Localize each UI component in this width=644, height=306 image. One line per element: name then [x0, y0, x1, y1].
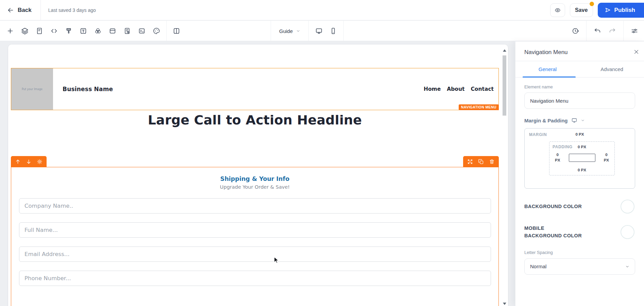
- letter-spacing-select[interactable]: Normal: [524, 258, 635, 275]
- scroll-down-arrow[interactable]: [503, 303, 506, 305]
- section-toolbar-right: [463, 156, 499, 167]
- logo-image-placeholder[interactable]: Put your Image: [11, 68, 53, 110]
- form-section-element[interactable]: Shipping & Your Info Upgrade Your Order …: [11, 167, 499, 306]
- layers-button[interactable]: [21, 27, 29, 35]
- nav-links: Home About Contact: [424, 86, 494, 92]
- device-monitor-icon[interactable]: [571, 117, 577, 123]
- undo-icon: [594, 27, 601, 35]
- business-name-text[interactable]: Business Name: [63, 86, 113, 92]
- code-button[interactable]: [50, 27, 58, 35]
- element-content-box[interactable]: [569, 154, 595, 162]
- nav-link-home[interactable]: Home: [424, 86, 441, 92]
- palette-icon: [153, 27, 160, 35]
- toolbar-divider: [308, 21, 309, 41]
- email-address-input[interactable]: [19, 247, 491, 262]
- trash-icon[interactable]: [489, 159, 495, 165]
- move-up-icon[interactable]: [15, 159, 21, 165]
- columns-button[interactable]: [172, 27, 181, 35]
- margin-padding-label: Margin & Padding: [524, 118, 568, 123]
- cta-headline[interactable]: Large Call to Action Headline: [11, 113, 499, 128]
- publish-button[interactable]: Publish: [598, 3, 644, 18]
- seo-button[interactable]: [123, 27, 131, 35]
- browser-settings-button[interactable]: [108, 27, 117, 35]
- settings-sliders-button[interactable]: [630, 27, 639, 35]
- top-bar: Back Last saved 3 days ago Save Publish: [0, 0, 644, 20]
- gear-icon[interactable]: [37, 159, 43, 165]
- padding-box: PADDING 0 PX 0PX 0PX 0 PX: [549, 141, 615, 175]
- nav-link-contact[interactable]: Contact: [471, 86, 494, 92]
- nav-link-about[interactable]: About: [447, 86, 464, 92]
- tab-general[interactable]: General: [515, 61, 580, 77]
- company-name-input[interactable]: [19, 198, 491, 214]
- styles-button[interactable]: [65, 27, 73, 35]
- toolbar-divider: [271, 21, 271, 41]
- padding-bottom-value[interactable]: 0 PX: [578, 168, 586, 172]
- editor-toolbar: Guide: [0, 21, 644, 41]
- settings-panel: Navigation Menu General Advanced Element…: [515, 41, 644, 306]
- tab-advanced[interactable]: Advanced: [580, 61, 644, 77]
- typography-button[interactable]: [79, 27, 87, 35]
- expand-icon[interactable]: [467, 159, 473, 165]
- document-icon: [36, 27, 43, 35]
- chevron-down-icon[interactable]: [581, 118, 585, 122]
- terminal-icon: [138, 27, 146, 35]
- preview-button[interactable]: [550, 3, 565, 17]
- close-icon: [633, 49, 639, 55]
- margin-top-value[interactable]: 0 PX: [576, 132, 584, 136]
- send-icon: [605, 7, 611, 13]
- plus-icon: [6, 27, 14, 35]
- toolbar-divider: [343, 21, 344, 41]
- chevron-down-icon: [296, 29, 300, 33]
- section-toolbar-left: [11, 156, 47, 167]
- columns-icon: [173, 27, 180, 35]
- padding-right-value[interactable]: 0PX: [604, 152, 609, 163]
- form-title[interactable]: Shipping & Your Info: [11, 175, 498, 182]
- redo-button[interactable]: [608, 27, 616, 35]
- padding-left-value[interactable]: 0PX: [555, 152, 560, 163]
- save-button[interactable]: Save: [570, 3, 593, 17]
- scrollbar-thumb[interactable]: [503, 55, 506, 116]
- custom-code-button[interactable]: [138, 27, 146, 35]
- undo-button[interactable]: [593, 27, 601, 35]
- phone-icon: [329, 27, 337, 35]
- move-down-icon[interactable]: [26, 159, 32, 165]
- letter-spacing-label: Letter Spacing: [524, 250, 635, 255]
- margin-padding-widget: MARGIN 0 PX PADDING 0 PX 0PX 0PX 0 PX: [524, 128, 635, 189]
- element-name-input[interactable]: [524, 92, 635, 109]
- form-subtitle[interactable]: Upgrade Your Order & Save!: [11, 184, 498, 190]
- desktop-view-button[interactable]: [315, 27, 323, 35]
- background-color-label: BACKGROUND COLOR: [524, 203, 582, 210]
- phone-number-input[interactable]: [19, 271, 491, 286]
- back-label: Back: [18, 7, 32, 14]
- toolbar-divider: [623, 21, 624, 41]
- mobile-view-button[interactable]: [329, 27, 337, 35]
- canvas-scrollbar[interactable]: [502, 47, 507, 306]
- mobile-background-color-swatch[interactable]: [621, 225, 634, 239]
- full-name-input[interactable]: [19, 222, 491, 238]
- logo-placeholder-text: Put your Image: [22, 88, 43, 91]
- page-canvas: Put your Image Business Name Home About …: [8, 45, 508, 306]
- color-scheme-button[interactable]: [94, 27, 102, 35]
- background-color-swatch[interactable]: [621, 200, 634, 214]
- last-saved-text: Last saved 3 days ago: [48, 7, 96, 13]
- history-clock-icon: [572, 27, 579, 35]
- add-element-button[interactable]: [6, 27, 14, 35]
- unsaved-changes-badge: [590, 2, 594, 6]
- back-button[interactable]: Back: [7, 6, 32, 14]
- guide-dropdown[interactable]: Guide: [277, 28, 302, 34]
- duplicate-icon[interactable]: [478, 159, 484, 165]
- navigation-menu-element[interactable]: Put your Image Business Name Home About …: [11, 68, 499, 110]
- history-button[interactable]: [571, 27, 579, 35]
- theme-button[interactable]: [152, 27, 160, 35]
- selection-badge: NAVIGATION MENU: [459, 104, 499, 110]
- eye-icon: [555, 7, 561, 13]
- guide-label: Guide: [279, 28, 293, 34]
- close-panel-button[interactable]: [633, 49, 639, 55]
- panel-tabs: General Advanced: [515, 61, 644, 78]
- scroll-up-arrow[interactable]: [503, 49, 506, 52]
- toolbar-divider: [166, 21, 167, 41]
- padding-top-value[interactable]: 0 PX: [578, 145, 586, 149]
- card-icon: [109, 27, 116, 35]
- page-structure-button[interactable]: [35, 27, 44, 35]
- mobile-background-color-label: MOBILE BACKGROUND COLOR: [524, 224, 582, 240]
